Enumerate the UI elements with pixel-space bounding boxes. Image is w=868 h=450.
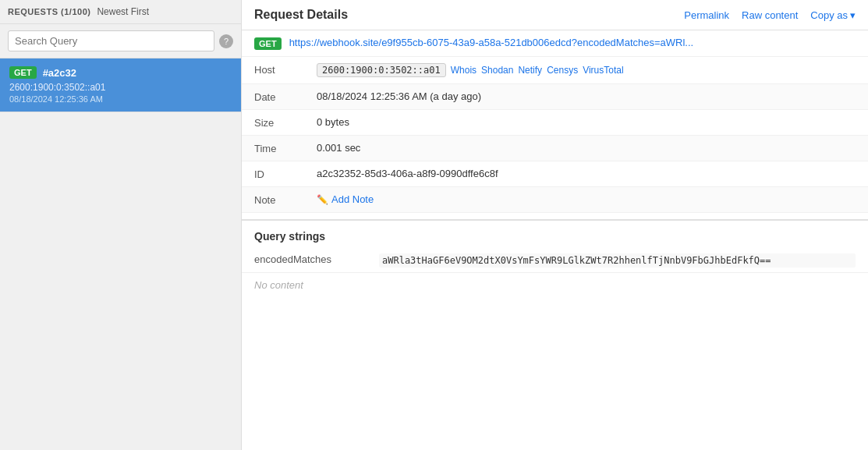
chevron-down-icon: ▾ — [850, 9, 856, 21]
date-value: 08/18/2024 12:25:36 AM (a day ago) — [317, 90, 856, 102]
shodan-link[interactable]: Shodan — [481, 65, 513, 76]
method-badge: GET — [9, 66, 37, 79]
note-label: Note — [254, 193, 317, 206]
netify-link[interactable]: Netify — [518, 65, 542, 76]
host-row: Host 2600:1900:0:3502::a01 Whois Shodan … — [242, 57, 868, 84]
date-row: Date 08/18/2024 12:25:36 AM (a day ago) — [242, 84, 868, 110]
sidebar-header: REQUESTS (1/100) Newest First — [0, 0, 241, 24]
sidebar: REQUESTS (1/100) Newest First ? GET #a2c… — [0, 0, 242, 450]
search-bar: ? — [0, 24, 241, 58]
request-url[interactable]: https://webhook.site/e9f955cb-6075-43a9-… — [289, 37, 694, 48]
request-id: #a2c32 — [43, 67, 76, 79]
requests-list: GET #a2c32 2600:1900:0:3502::a01 08/18/2… — [0, 58, 241, 450]
pencil-icon: ✏️ — [317, 194, 328, 205]
host-value: 2600:1900:0:3502::a01 Whois Shodan Netif… — [317, 63, 856, 77]
add-note-label: Add Note — [331, 193, 374, 205]
query-string-row: encodedMatches aWRla3tHaGF6eV9OM2dtX0VsY… — [242, 249, 868, 273]
time-row: Time 0.001 sec — [242, 136, 868, 161]
whois-link[interactable]: Whois — [451, 65, 477, 76]
request-time: 08/18/2024 12:25:36 AM — [9, 94, 232, 104]
url-method-badge: GET — [254, 37, 282, 50]
host-badge: 2600:1900:0:3502::a01 — [317, 63, 446, 77]
page-title: Request Details — [254, 8, 348, 22]
virustotal-link[interactable]: VirusTotal — [583, 65, 623, 76]
add-note-button[interactable]: ✏️ Add Note — [317, 193, 374, 205]
date-label: Date — [254, 90, 317, 103]
main-header: Request Details Permalink Raw content Co… — [242, 0, 868, 30]
host-label: Host — [254, 63, 317, 76]
url-row: GET https://webhook.site/e9f955cb-6075-4… — [242, 30, 868, 57]
raw-content-link[interactable]: Raw content — [742, 9, 798, 21]
size-row: Size 0 bytes — [242, 110, 868, 136]
permalink-link[interactable]: Permalink — [684, 9, 729, 21]
sort-label[interactable]: Newest First — [97, 6, 149, 17]
details-content: GET https://webhook.site/e9f955cb-6075-4… — [242, 30, 868, 450]
id-row: ID a2c32352-85d3-406a-a8f9-0990dffe6c8f — [242, 161, 868, 187]
copy-as-button[interactable]: Copy as ▾ — [810, 9, 856, 21]
time-value: 0.001 sec — [317, 142, 856, 154]
no-content-label: No content — [242, 273, 868, 297]
note-value: ✏️ Add Note — [317, 193, 856, 205]
note-row: Note ✏️ Add Note — [242, 187, 868, 213]
query-value: aWRla3tHaGF6eV9OM2dtX0VsYmFsYWR9LGlkZWt7… — [379, 253, 856, 268]
censys-link[interactable]: Censys — [547, 65, 578, 76]
size-label: Size — [254, 116, 317, 129]
request-ip: 2600:1900:0:3502::a01 — [9, 82, 232, 93]
request-item[interactable]: GET #a2c32 2600:1900:0:3502::a01 08/18/2… — [0, 58, 241, 112]
query-strings-title: Query strings — [242, 219, 868, 249]
main-panel: Request Details Permalink Raw content Co… — [242, 0, 868, 450]
query-key: encodedMatches — [254, 253, 379, 265]
help-icon[interactable]: ? — [219, 34, 233, 48]
requests-count-label: REQUESTS (1/100) — [8, 7, 90, 16]
time-label: Time — [254, 142, 317, 154]
size-value: 0 bytes — [317, 116, 856, 128]
header-actions: Permalink Raw content Copy as ▾ — [684, 9, 856, 21]
search-input[interactable] — [8, 30, 214, 51]
id-label: ID — [254, 168, 317, 180]
id-value: a2c32352-85d3-406a-a8f9-0990dffe6c8f — [317, 168, 856, 179]
